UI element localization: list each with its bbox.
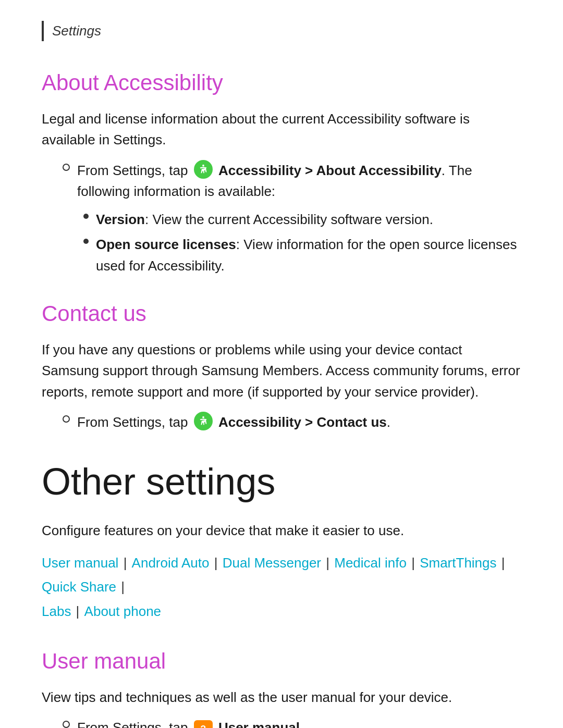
contact-prefix: From Settings, tap xyxy=(77,414,188,430)
other-settings-intro: Configure features on your device that m… xyxy=(42,520,521,541)
manual-prefix: From Settings, tap xyxy=(77,720,188,728)
contact-us-section: Contact us If you have any questions or … xyxy=(42,297,521,433)
accessibility-icon xyxy=(194,160,213,179)
sep7: | xyxy=(72,603,83,619)
page-header: Settings xyxy=(42,21,521,41)
version-bold: Version xyxy=(96,212,145,227)
open-source-text: Open source licenses: View information f… xyxy=(96,234,521,276)
link-about-phone[interactable]: About phone xyxy=(84,603,161,619)
link-dual-messenger[interactable]: Dual Messenger xyxy=(223,555,321,571)
sep2: | xyxy=(211,555,222,571)
version-text: Version: View the current Accessibility … xyxy=(96,209,433,230)
header-label: Settings xyxy=(52,23,101,39)
other-settings-section: Other settings Configure features on you… xyxy=(42,453,521,624)
circle-bullet-icon xyxy=(63,164,70,171)
link-user-manual[interactable]: User manual xyxy=(42,555,118,571)
link-quick-share[interactable]: Quick Share xyxy=(42,579,116,595)
accessibility-svg xyxy=(198,164,209,175)
contact-us-bullet1-text: From Settings, tap Accessibility > Conta… xyxy=(77,412,390,433)
link-smartthings[interactable]: SmartThings xyxy=(420,555,496,571)
manual-bold: User manual xyxy=(218,720,300,728)
accessibility-icon-wrap2 xyxy=(192,412,215,430)
bullet1-bold: Accessibility > About Accessibility xyxy=(218,163,442,178)
contact-us-intro: If you have any questions or problems wh… xyxy=(42,339,521,402)
manual-suffix: . xyxy=(300,720,303,728)
contact-suffix: . xyxy=(387,414,390,430)
contact-bold: Accessibility > Contact us xyxy=(218,414,387,430)
user-manual-bullet1: From Settings, tap ? User manual. xyxy=(63,717,521,728)
other-settings-title: Other settings xyxy=(42,453,521,510)
open-source-bullet: Open source licenses: View information f… xyxy=(83,234,521,276)
user-manual-intro: View tips and techniques as well as the … xyxy=(42,687,521,708)
sep4: | xyxy=(408,555,419,571)
dot-bullet-icon xyxy=(83,214,89,219)
manual-icon-wrap: ? xyxy=(192,720,215,728)
accessibility-icon-wrap xyxy=(192,160,215,179)
about-accessibility-bullet1-text: From Settings, tap Accessibility > About… xyxy=(77,160,521,202)
svg-point-0 xyxy=(202,164,204,166)
other-settings-links: User manual | Android Auto | Dual Messen… xyxy=(42,551,521,624)
circle-bullet-icon3 xyxy=(63,721,70,728)
accessibility-svg2 xyxy=(198,415,209,427)
accessibility-icon2 xyxy=(194,412,213,430)
sep1: | xyxy=(119,555,130,571)
about-accessibility-section: About Accessibility Legal and license in… xyxy=(42,66,521,276)
link-labs[interactable]: Labs xyxy=(42,603,71,619)
user-manual-bullet1-text: From Settings, tap ? User manual. xyxy=(77,717,303,728)
version-suffix: : View the current Accessibility softwar… xyxy=(145,212,433,227)
bullet1-prefix: From Settings, tap xyxy=(77,163,188,178)
link-medical-info[interactable]: Medical info xyxy=(334,555,407,571)
version-bullet: Version: View the current Accessibility … xyxy=(83,209,521,230)
about-accessibility-bullet1: From Settings, tap Accessibility > About… xyxy=(63,160,521,202)
user-manual-title: User manual xyxy=(42,645,521,677)
about-accessibility-intro: Legal and license information about the … xyxy=(42,108,521,151)
sep3: | xyxy=(322,555,333,571)
dot-bullet-icon2 xyxy=(83,239,89,244)
user-manual-section: User manual View tips and techniques as … xyxy=(42,645,521,728)
sep6: | xyxy=(117,579,125,595)
open-source-bold: Open source licenses xyxy=(96,237,236,252)
svg-point-1 xyxy=(202,416,204,418)
sep5: | xyxy=(498,555,505,571)
circle-bullet-icon2 xyxy=(63,415,70,423)
contact-us-bullet1: From Settings, tap Accessibility > Conta… xyxy=(63,412,521,433)
manual-icon: ? xyxy=(194,720,213,728)
contact-us-title: Contact us xyxy=(42,297,521,330)
about-accessibility-title: About Accessibility xyxy=(42,66,521,99)
link-android-auto[interactable]: Android Auto xyxy=(132,555,210,571)
